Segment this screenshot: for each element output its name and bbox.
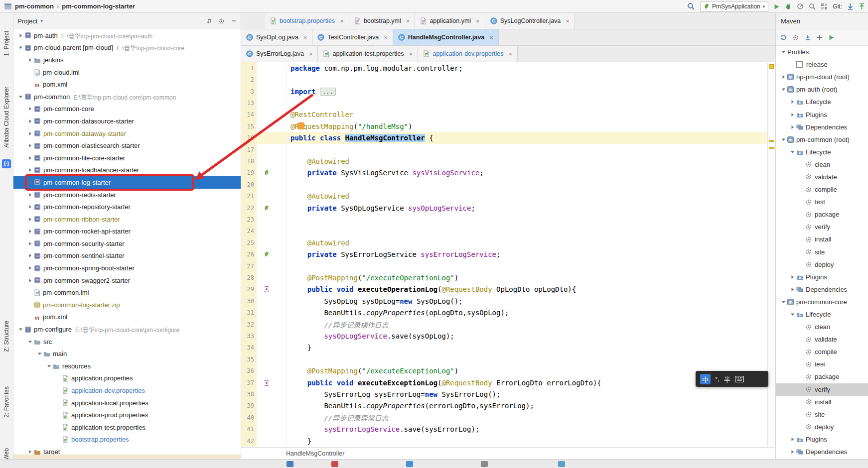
maven-tree-item[interactable]: Lifecycle — [776, 146, 868, 158]
code-line[interactable]: 18 @Autowired — [241, 155, 767, 167]
tree-chevron[interactable] — [26, 131, 34, 136]
code-line[interactable]: 30 SysOpLog sysOpLog=new SysOpLog(); — [241, 295, 767, 307]
tool-button-alibaba-cloud-explorer[interactable]: Alibaba Cloud Explorer — [3, 87, 10, 148]
editor-tab[interactable]: bootstrap.properties× — [265, 13, 349, 29]
maven-tree-item[interactable]: deploy — [776, 421, 868, 433]
project-tree-item[interactable]: pm-common-file-core-starter — [13, 152, 241, 164]
git-update-button[interactable] — [847, 3, 854, 10]
code-line[interactable]: 36 @PostMapping("/executeExceptionLog") — [241, 365, 767, 377]
breadcrumb-item[interactable]: pm-common-log-starter — [62, 2, 135, 10]
close-icon[interactable]: × — [566, 18, 570, 24]
maven-tree-item[interactable]: Plugins — [776, 271, 868, 283]
taskbar-icon[interactable] — [331, 461, 338, 467]
tree-chevron[interactable] — [26, 253, 34, 258]
code-line[interactable]: 25 @Autowired — [241, 237, 767, 248]
tree-chevron[interactable] — [26, 107, 34, 111]
breadcrumb-class[interactable]: HandleMsgController — [286, 450, 344, 457]
maven-tree-item[interactable]: install — [776, 396, 868, 408]
project-panel-title[interactable]: Project — [17, 17, 37, 25]
tree-chevron[interactable] — [26, 205, 34, 209]
code-line[interactable]: 42 } — [241, 435, 767, 447]
maven-tree-item[interactable]: package — [776, 208, 868, 221]
project-tree-item[interactable]: pm-common-swagger2-starter — [13, 274, 241, 287]
layout-button[interactable] — [821, 3, 828, 10]
code-line[interactable]: 20 — [241, 179, 767, 190]
maven-tree-item[interactable]: mpm-common-core — [776, 296, 868, 308]
maven-tree-item[interactable]: Dependencies — [776, 283, 868, 296]
code-line[interactable]: 32 //异步记录操作日志 — [241, 319, 767, 330]
code-line[interactable]: 41 sysErrorLogService.save(sysErrorLog); — [241, 424, 767, 435]
tree-chevron[interactable] — [26, 278, 34, 283]
project-tree-item[interactable]: application-prod.properties — [13, 409, 241, 421]
project-tree-item[interactable]: pm-cloud.iml — [13, 66, 241, 79]
project-tree-item[interactable]: pm-common-core — [13, 103, 241, 116]
close-icon[interactable]: × — [476, 18, 480, 24]
maven-tree-item[interactable]: mnp-pm-cloud (root) — [776, 71, 868, 83]
tree-chevron[interactable] — [789, 113, 796, 117]
taskbar-icon[interactable] — [406, 461, 413, 467]
code-line[interactable]: 17 — [241, 144, 767, 155]
taskbar-icon[interactable] — [287, 461, 293, 467]
code-line[interactable]: 35 — [241, 353, 767, 365]
maven-tree-item[interactable]: release — [776, 58, 868, 71]
code-line[interactable]: 29 public void executeOperationLog(@Requ… — [241, 284, 767, 295]
warning-stripe-mark[interactable] — [769, 140, 774, 142]
editor-tab[interactable]: CSysOpLog.java× — [241, 29, 312, 45]
maven-tree-item[interactable]: validate — [776, 171, 868, 183]
editor-tab[interactable]: bootstrap.yml× — [349, 13, 416, 29]
project-tree-item[interactable]: pm-common-datasource-starter — [13, 115, 241, 127]
code-line[interactable]: 40 //异步记录异常日志 — [241, 412, 767, 423]
code-line[interactable]: 15@RequestMapping("/handleMsg") — [241, 120, 767, 132]
maven-tree-item[interactable]: Profiles — [776, 46, 868, 58]
tree-chevron[interactable] — [26, 119, 34, 123]
editor-tab[interactable]: CTestController.java× — [312, 29, 393, 45]
tree-chevron[interactable] — [26, 156, 34, 160]
code-line[interactable]: 23 — [241, 214, 767, 225]
project-tree-item[interactable]: pm-common-redis-starter — [13, 189, 241, 201]
tree-chevron[interactable] — [26, 241, 34, 246]
project-tree-item[interactable]: application-test.properties — [13, 421, 241, 434]
keyboard-icon[interactable] — [735, 376, 744, 382]
project-tree-item[interactable]: pm-common-repository-starter — [13, 201, 241, 213]
close-icon[interactable]: × — [409, 51, 413, 57]
editor-tab[interactable]: CSysLogController.java× — [485, 13, 575, 29]
project-tree-item[interactable]: pm-authE:\普华\np-pm-cloud-core\pm-auth — [13, 29, 241, 42]
maven-tree-item[interactable]: Lifecycle — [776, 308, 868, 321]
maven-tree-item[interactable]: compile — [776, 346, 868, 358]
hide-panel-button[interactable] — [231, 18, 237, 24]
breadcrumb-item[interactable]: pm-common — [15, 2, 54, 10]
project-tree-item[interactable]: pm-common-spring-boot-starter — [13, 262, 241, 274]
run-button[interactable] — [773, 3, 780, 10]
code-line[interactable]: 14@RestController — [241, 109, 767, 120]
maven-tree-item[interactable]: deploy — [776, 258, 868, 271]
maven-tree-item[interactable]: Plugins — [776, 433, 868, 446]
maven-tree-item[interactable]: Lifecycle — [776, 96, 868, 108]
maven-tree-item[interactable]: site — [776, 246, 868, 258]
maven-tree-item[interactable]: test — [776, 358, 868, 370]
tree-chevron[interactable] — [26, 193, 34, 197]
tree-chevron[interactable] — [26, 217, 34, 222]
code-editor[interactable]: 1package com.np.pm.log.modular.controlle… — [241, 62, 767, 447]
code-line[interactable]: 37 public void executeExceptionLog(@Requ… — [241, 377, 767, 388]
close-icon[interactable]: × — [406, 18, 410, 24]
tree-chevron[interactable] — [789, 150, 796, 154]
editor-tab[interactable]: CSysErrorLog.java× — [241, 46, 318, 62]
tree-chevron[interactable] — [45, 364, 53, 368]
close-icon[interactable]: × — [489, 34, 493, 41]
project-tree-item[interactable]: application-dev.properties — [13, 384, 241, 397]
editor-tab[interactable]: application.yml× — [415, 13, 485, 29]
maven-settings-button[interactable] — [792, 34, 799, 41]
tree-chevron[interactable] — [26, 229, 34, 234]
tool-button-project[interactable]: 1: Project — [3, 31, 10, 56]
close-icon[interactable]: × — [340, 18, 344, 24]
ime-width-mode[interactable]: 半 — [724, 374, 730, 384]
git-push-button[interactable] — [859, 3, 865, 10]
editor-scrollbar[interactable] — [767, 62, 775, 447]
project-tree-item[interactable]: pm-common-ribbon-starter — [13, 213, 241, 226]
chevron-down-icon[interactable]: ▾ — [40, 18, 43, 23]
code-line[interactable]: 22 private SysOpLogService sysOpLogServi… — [241, 202, 767, 214]
close-icon[interactable]: × — [384, 34, 388, 41]
request-mapping-icon[interactable] — [264, 380, 270, 386]
close-icon[interactable]: × — [303, 34, 307, 41]
spring-bean-icon[interactable] — [264, 170, 270, 176]
